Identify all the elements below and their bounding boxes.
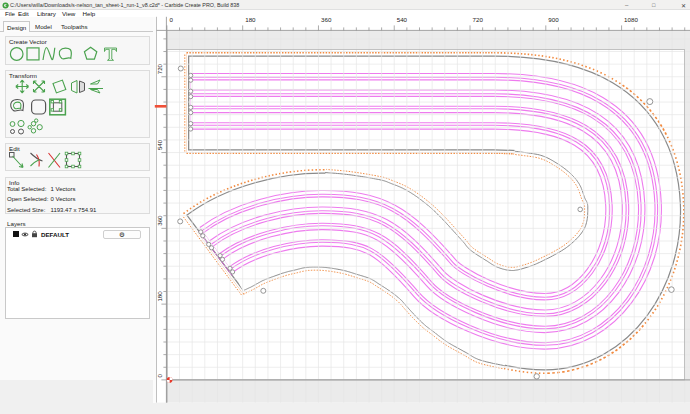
svg-text:180: 180 [157,291,164,302]
svg-text:540: 540 [397,16,408,23]
svg-text:360: 360 [157,215,164,226]
svg-text:540: 540 [157,139,164,150]
svg-text:360: 360 [321,16,332,23]
svg-text:720: 720 [473,16,484,23]
svg-text:1080: 1080 [624,16,638,23]
svg-text:0: 0 [169,16,173,23]
svg-text:720: 720 [157,63,164,74]
svg-text:0: 0 [157,373,164,377]
svg-text:180: 180 [245,16,256,23]
svg-text:900: 900 [548,16,559,23]
